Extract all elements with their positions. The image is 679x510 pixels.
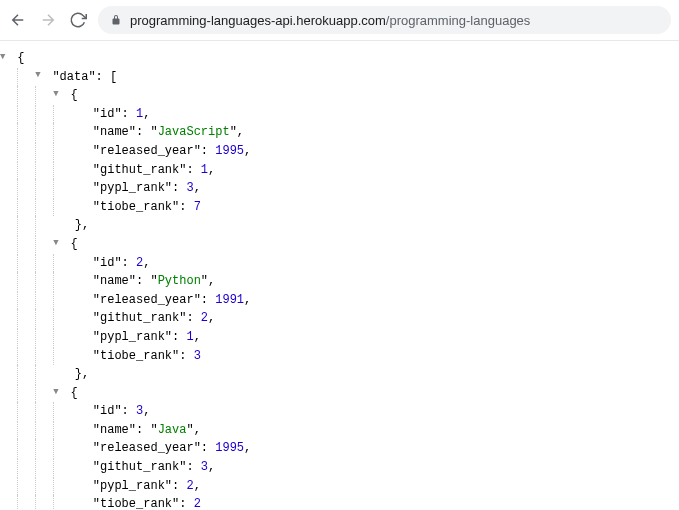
json-line: ▼ "released_year": 1995, bbox=[0, 142, 679, 161]
json-line: ▼ ▼ { bbox=[0, 384, 679, 403]
lock-icon bbox=[110, 14, 122, 26]
json-line: ▼ }, bbox=[0, 216, 679, 235]
json-line: ▼ "githut_rank": 3, bbox=[0, 458, 679, 477]
json-line: ▼ { bbox=[0, 49, 679, 68]
json-line: ▼ "tiobe_rank": 3 bbox=[0, 347, 679, 366]
json-line: ▼ ▼ "data": [ bbox=[0, 68, 679, 87]
address-bar[interactable]: programming-languages-api.herokuapp.com/… bbox=[98, 6, 671, 34]
collapse-toggle[interactable]: ▼ bbox=[53, 386, 62, 400]
reload-button[interactable] bbox=[68, 10, 88, 30]
collapse-toggle[interactable]: ▼ bbox=[53, 237, 62, 251]
collapse-toggle[interactable]: ▼ bbox=[0, 51, 9, 65]
json-line: ▼ }, bbox=[0, 365, 679, 384]
json-line: ▼ "released_year": 1991, bbox=[0, 291, 679, 310]
json-line: ▼ "name": "Python", bbox=[0, 272, 679, 291]
json-line: ▼ ▼ { bbox=[0, 235, 679, 254]
json-line: ▼ "githut_rank": 1, bbox=[0, 161, 679, 180]
json-line: ▼ "id": 2, bbox=[0, 254, 679, 273]
back-button[interactable] bbox=[8, 10, 28, 30]
forward-button[interactable] bbox=[38, 10, 58, 30]
json-line: ▼ "pypl_rank": 2, bbox=[0, 477, 679, 496]
json-line: ▼ "name": "JavaScript", bbox=[0, 123, 679, 142]
json-line: ▼ ▼ { bbox=[0, 86, 679, 105]
collapse-toggle[interactable]: ▼ bbox=[53, 88, 62, 102]
json-line: ▼ "name": "Java", bbox=[0, 421, 679, 440]
json-line: ▼ "tiobe_rank": 7 bbox=[0, 198, 679, 217]
json-line: ▼ "pypl_rank": 3, bbox=[0, 179, 679, 198]
json-line: ▼ "githut_rank": 2, bbox=[0, 309, 679, 328]
json-line: ▼ "tiobe_rank": 2 bbox=[0, 495, 679, 510]
json-line: ▼ "pypl_rank": 1, bbox=[0, 328, 679, 347]
json-line: ▼ "released_year": 1995, bbox=[0, 439, 679, 458]
json-line: ▼ "id": 3, bbox=[0, 402, 679, 421]
json-viewer: ▼ { ▼ ▼ "data": [ ▼ ▼ { ▼ "id": 1, ▼ "na… bbox=[0, 41, 679, 510]
url-text: programming-languages-api.herokuapp.com/… bbox=[130, 13, 530, 28]
json-line: ▼ "id": 1, bbox=[0, 105, 679, 124]
browser-toolbar: programming-languages-api.herokuapp.com/… bbox=[0, 0, 679, 41]
collapse-toggle[interactable]: ▼ bbox=[35, 69, 44, 83]
